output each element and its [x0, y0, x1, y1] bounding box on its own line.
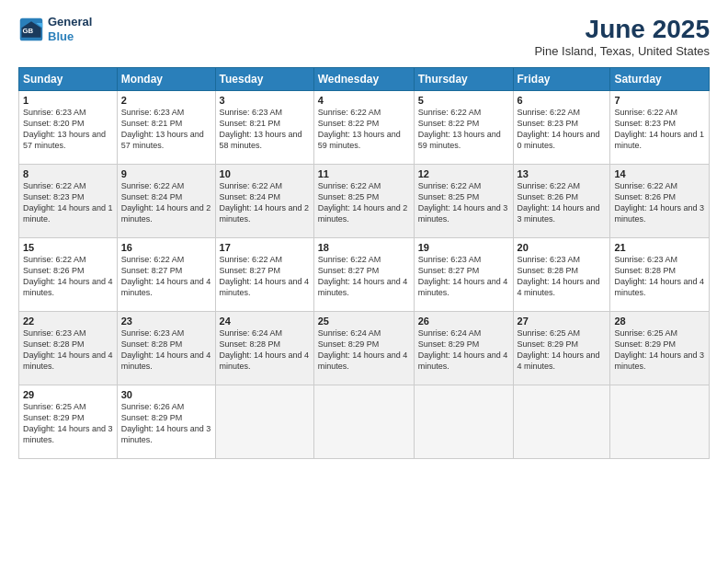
day-info: Sunrise: 6:23 AMSunset: 8:28 PMDaylight:… — [23, 327, 113, 373]
day-number: 3 — [220, 95, 310, 106]
day-number: 4 — [318, 95, 410, 106]
subtitle: Pine Island, Texas, United States — [534, 44, 710, 58]
header: GB General Blue June 2025 Pine Island, T… — [18, 15, 710, 58]
svg-text:GB: GB — [22, 26, 33, 34]
col-friday: Friday — [513, 68, 610, 91]
calendar-cell — [513, 385, 610, 459]
calendar-cell: 15Sunrise: 6:22 AMSunset: 8:26 PMDayligh… — [19, 238, 118, 312]
calendar-week-4: 22Sunrise: 6:23 AMSunset: 8:28 PMDayligh… — [19, 312, 710, 385]
day-number: 26 — [418, 316, 509, 327]
day-info: Sunrise: 6:22 AMSunset: 8:24 PMDaylight:… — [121, 180, 211, 225]
col-tuesday: Tuesday — [215, 68, 313, 91]
day-number: 23 — [121, 316, 211, 327]
day-info: Sunrise: 6:23 AMSunset: 8:27 PMDaylight:… — [418, 254, 509, 299]
calendar-cell: 2Sunrise: 6:23 AMSunset: 8:21 PMDaylight… — [117, 91, 215, 165]
calendar-week-2: 8Sunrise: 6:22 AMSunset: 8:23 PMDaylight… — [19, 165, 710, 238]
day-info: Sunrise: 6:23 AMSunset: 8:20 PMDaylight:… — [23, 107, 113, 152]
header-row: Sunday Monday Tuesday Wednesday Thursday… — [19, 68, 710, 91]
calendar-week-3: 15Sunrise: 6:22 AMSunset: 8:26 PMDayligh… — [19, 238, 710, 312]
col-sunday: Sunday — [19, 68, 118, 91]
title-block: June 2025 Pine Island, Texas, United Sta… — [534, 15, 710, 58]
day-number: 1 — [23, 95, 113, 106]
day-info: Sunrise: 6:24 AMSunset: 8:28 PMDaylight:… — [220, 327, 310, 373]
calendar-cell — [215, 385, 313, 459]
day-number: 22 — [23, 316, 113, 327]
col-wednesday: Wednesday — [313, 68, 414, 91]
calendar-cell: 28Sunrise: 6:25 AMSunset: 8:29 PMDayligh… — [610, 312, 710, 385]
calendar-cell: 27Sunrise: 6:25 AMSunset: 8:29 PMDayligh… — [513, 312, 610, 385]
logo-line2: Blue — [48, 29, 92, 44]
calendar-cell: 12Sunrise: 6:22 AMSunset: 8:25 PMDayligh… — [414, 165, 513, 238]
calendar-cell — [414, 385, 513, 459]
day-info: Sunrise: 6:25 AMSunset: 8:29 PMDaylight:… — [614, 327, 705, 373]
day-number: 12 — [418, 168, 509, 179]
calendar-cell: 30Sunrise: 6:26 AMSunset: 8:29 PMDayligh… — [117, 385, 215, 459]
page: GB General Blue June 2025 Pine Island, T… — [0, 0, 728, 563]
day-info: Sunrise: 6:22 AMSunset: 8:24 PMDaylight:… — [220, 180, 310, 225]
calendar-cell: 9Sunrise: 6:22 AMSunset: 8:24 PMDaylight… — [117, 165, 215, 238]
day-number: 19 — [418, 242, 509, 253]
calendar-cell: 1Sunrise: 6:23 AMSunset: 8:20 PMDaylight… — [19, 91, 118, 165]
day-info: Sunrise: 6:22 AMSunset: 8:23 PMDaylight:… — [23, 180, 113, 225]
day-info: Sunrise: 6:22 AMSunset: 8:26 PMDaylight:… — [614, 180, 705, 225]
day-number: 15 — [23, 242, 113, 253]
day-info: Sunrise: 6:22 AMSunset: 8:23 PMDaylight:… — [518, 107, 607, 152]
calendar-cell: 16Sunrise: 6:22 AMSunset: 8:27 PMDayligh… — [117, 238, 215, 312]
day-number: 2 — [121, 95, 211, 106]
day-info: Sunrise: 6:24 AMSunset: 8:29 PMDaylight:… — [418, 327, 509, 373]
day-number: 13 — [518, 168, 607, 179]
calendar-cell: 5Sunrise: 6:22 AMSunset: 8:22 PMDaylight… — [414, 91, 513, 165]
calendar-cell — [313, 385, 414, 459]
calendar-cell: 18Sunrise: 6:22 AMSunset: 8:27 PMDayligh… — [313, 238, 414, 312]
day-info: Sunrise: 6:22 AMSunset: 8:22 PMDaylight:… — [418, 107, 509, 152]
day-info: Sunrise: 6:22 AMSunset: 8:22 PMDaylight:… — [318, 107, 410, 152]
day-info: Sunrise: 6:22 AMSunset: 8:27 PMDaylight:… — [121, 254, 211, 299]
day-number: 11 — [318, 168, 410, 179]
day-info: Sunrise: 6:22 AMSunset: 8:25 PMDaylight:… — [418, 180, 509, 225]
calendar-cell: 6Sunrise: 6:22 AMSunset: 8:23 PMDaylight… — [513, 91, 610, 165]
day-number: 8 — [23, 168, 113, 179]
day-number: 17 — [220, 242, 310, 253]
calendar-cell: 8Sunrise: 6:22 AMSunset: 8:23 PMDaylight… — [19, 165, 118, 238]
calendar-cell: 23Sunrise: 6:23 AMSunset: 8:28 PMDayligh… — [117, 312, 215, 385]
calendar-cell: 24Sunrise: 6:24 AMSunset: 8:28 PMDayligh… — [215, 312, 313, 385]
calendar: Sunday Monday Tuesday Wednesday Thursday… — [18, 67, 710, 459]
logo: GB General Blue — [18, 15, 92, 43]
day-info: Sunrise: 6:26 AMSunset: 8:29 PMDaylight:… — [121, 401, 211, 446]
day-number: 10 — [220, 168, 310, 179]
day-number: 21 — [614, 242, 705, 253]
day-number: 14 — [614, 168, 705, 179]
main-title: June 2025 — [534, 15, 710, 44]
calendar-cell: 19Sunrise: 6:23 AMSunset: 8:27 PMDayligh… — [414, 238, 513, 312]
day-number: 9 — [121, 168, 211, 179]
day-number: 20 — [518, 242, 607, 253]
calendar-cell: 22Sunrise: 6:23 AMSunset: 8:28 PMDayligh… — [19, 312, 118, 385]
day-info: Sunrise: 6:24 AMSunset: 8:29 PMDaylight:… — [318, 327, 410, 373]
calendar-cell: 13Sunrise: 6:22 AMSunset: 8:26 PMDayligh… — [513, 165, 610, 238]
col-thursday: Thursday — [414, 68, 513, 91]
calendar-cell: 10Sunrise: 6:22 AMSunset: 8:24 PMDayligh… — [215, 165, 313, 238]
day-number: 16 — [121, 242, 211, 253]
day-info: Sunrise: 6:22 AMSunset: 8:26 PMDaylight:… — [23, 254, 113, 299]
day-info: Sunrise: 6:22 AMSunset: 8:23 PMDaylight:… — [614, 107, 705, 152]
day-info: Sunrise: 6:22 AMSunset: 8:27 PMDaylight:… — [220, 254, 310, 299]
day-info: Sunrise: 6:23 AMSunset: 8:28 PMDaylight:… — [121, 327, 211, 373]
day-number: 27 — [518, 316, 607, 327]
day-info: Sunrise: 6:23 AMSunset: 8:21 PMDaylight:… — [121, 107, 211, 152]
calendar-cell: 4Sunrise: 6:22 AMSunset: 8:22 PMDaylight… — [313, 91, 414, 165]
calendar-cell: 29Sunrise: 6:25 AMSunset: 8:29 PMDayligh… — [19, 385, 118, 459]
calendar-week-5: 29Sunrise: 6:25 AMSunset: 8:29 PMDayligh… — [19, 385, 710, 459]
col-monday: Monday — [117, 68, 215, 91]
calendar-cell: 11Sunrise: 6:22 AMSunset: 8:25 PMDayligh… — [313, 165, 414, 238]
logo-icon: GB — [18, 17, 44, 42]
day-info: Sunrise: 6:23 AMSunset: 8:28 PMDaylight:… — [614, 254, 705, 299]
day-number: 28 — [614, 316, 705, 327]
day-info: Sunrise: 6:22 AMSunset: 8:27 PMDaylight:… — [318, 254, 410, 299]
logo-line1: General — [48, 15, 92, 29]
calendar-cell: 25Sunrise: 6:24 AMSunset: 8:29 PMDayligh… — [313, 312, 414, 385]
day-number: 29 — [23, 389, 113, 400]
day-number: 18 — [318, 242, 410, 253]
day-number: 25 — [318, 316, 410, 327]
calendar-cell: 26Sunrise: 6:24 AMSunset: 8:29 PMDayligh… — [414, 312, 513, 385]
day-info: Sunrise: 6:23 AMSunset: 8:28 PMDaylight:… — [518, 254, 607, 299]
